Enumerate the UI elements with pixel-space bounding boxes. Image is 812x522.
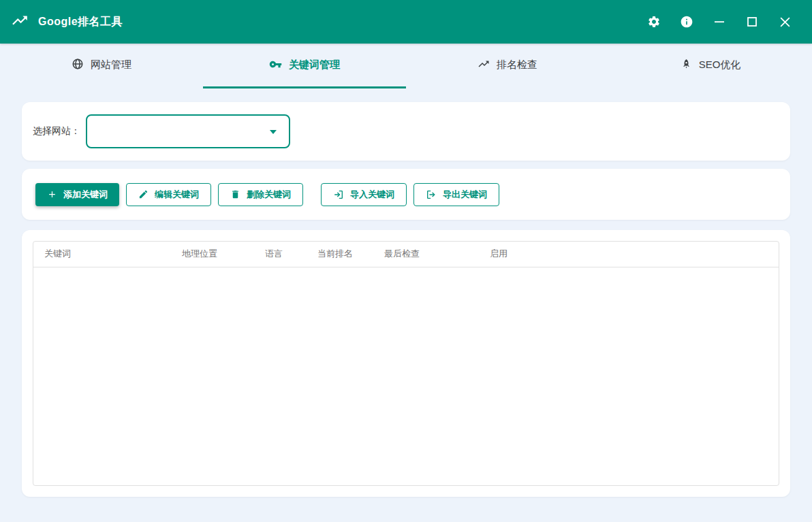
settings-button[interactable]: [638, 7, 670, 37]
import-keyword-label: 导入关键词: [350, 189, 394, 201]
export-icon: [426, 189, 437, 200]
delete-keyword-button[interactable]: 删除关键词: [218, 183, 303, 206]
close-icon: [779, 16, 791, 28]
export-keyword-label: 导出关键词: [443, 189, 487, 201]
close-button[interactable]: [768, 7, 801, 37]
add-keyword-button[interactable]: 添加关键词: [35, 183, 119, 206]
export-keyword-button[interactable]: 导出关键词: [413, 183, 499, 206]
trending-up-icon: [478, 58, 490, 72]
tab-keyword-management[interactable]: 关键词管理: [203, 44, 406, 88]
minimize-button[interactable]: [703, 7, 736, 37]
tab-seo-optimization[interactable]: SEO优化: [609, 44, 812, 88]
titlebar-left: Google排名工具: [11, 12, 123, 32]
tab-label: 关键词管理: [289, 59, 340, 71]
trending-up-icon: [11, 12, 29, 32]
tab-website-management[interactable]: 网站管理: [0, 44, 203, 88]
column-header-current-rank: 当前排名: [307, 242, 373, 267]
info-icon: [680, 15, 693, 29]
tab-bar: 网站管理 关键词管理 排名检查 SEO优化: [0, 44, 812, 88]
column-header-language: 语言: [254, 242, 307, 267]
maximize-button[interactable]: [736, 7, 768, 37]
site-selector-card: 选择网站：: [22, 102, 790, 161]
edit-keyword-label: 编辑关键词: [155, 189, 199, 201]
titlebar: Google排名工具: [0, 0, 812, 44]
tab-label: SEO优化: [699, 59, 741, 71]
import-icon: [333, 189, 344, 200]
import-keyword-button[interactable]: 导入关键词: [321, 183, 407, 206]
add-keyword-label: 添加关键词: [63, 189, 108, 201]
tab-rank-check[interactable]: 排名检查: [406, 44, 609, 88]
table-header-row: 关键词 地理位置 语言 当前排名 最后检查 启用: [33, 242, 779, 267]
titlebar-controls: [638, 7, 801, 37]
pencil-icon: [138, 189, 149, 199]
rocket-icon: [681, 59, 692, 72]
keyword-table: 关键词 地理位置 语言 当前排名 最后检查 启用: [33, 241, 779, 486]
column-header-enabled: 启用: [479, 242, 779, 267]
chevron-down-icon: [270, 130, 277, 134]
column-header-last-check: 最后检查: [373, 242, 479, 267]
plus-icon: [47, 189, 57, 199]
key-icon: [269, 58, 282, 73]
main-content: 选择网站： 添加关键词 编辑关键词 删除关键词: [0, 88, 812, 497]
column-header-location: 地理位置: [171, 242, 254, 267]
maximize-icon: [747, 16, 758, 27]
gear-icon: [647, 15, 661, 29]
keyword-table-card: 关键词 地理位置 语言 当前排名 最后检查 启用: [22, 230, 790, 497]
app-title: Google排名工具: [38, 15, 123, 29]
info-button[interactable]: [670, 7, 703, 37]
globe-icon: [72, 58, 84, 72]
tab-label: 网站管理: [91, 59, 131, 71]
app-window: { "window": { "title": "Google排名工具" }, "…: [0, 0, 812, 522]
tab-label: 排名检查: [497, 59, 537, 71]
minimize-icon: [714, 16, 725, 27]
column-header-keyword: 关键词: [33, 242, 171, 267]
delete-keyword-label: 删除关键词: [247, 189, 291, 201]
keyword-toolbar-card: 添加关键词 编辑关键词 删除关键词 导入关键词 导出关键词: [22, 169, 790, 220]
trash-icon: [230, 189, 240, 199]
site-select-dropdown[interactable]: [86, 114, 290, 148]
edit-keyword-button[interactable]: 编辑关键词: [126, 183, 211, 206]
site-selector-label: 选择网站：: [33, 125, 80, 137]
